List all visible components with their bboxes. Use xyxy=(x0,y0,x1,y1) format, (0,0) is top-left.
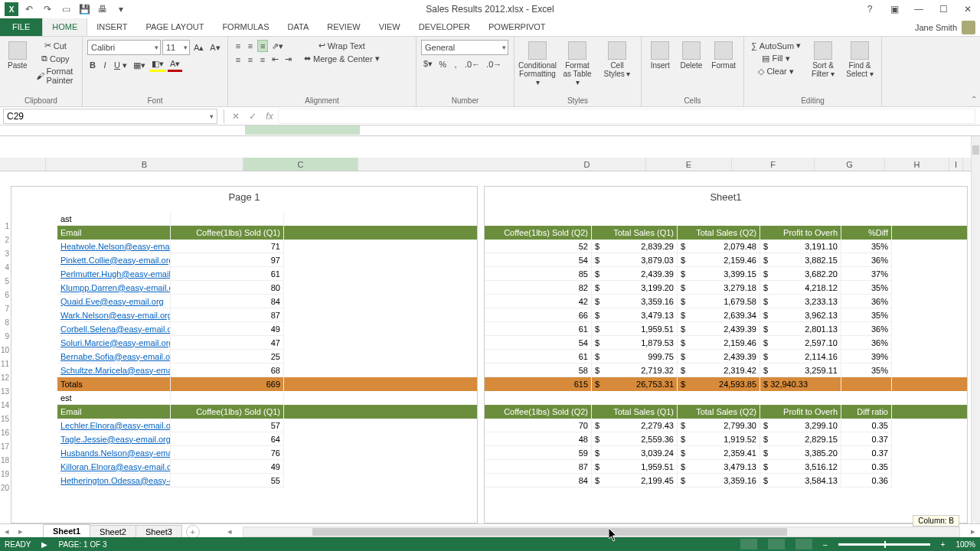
col-b[interactable]: B xyxy=(46,158,243,171)
formula-input[interactable] xyxy=(278,109,975,124)
table-row[interactable]: Quaid.Eve@easy-email.org84 xyxy=(57,295,477,308)
col-e[interactable]: E xyxy=(646,158,732,171)
format-painter-button[interactable]: 🖌Format Painter xyxy=(34,66,77,86)
insert-cells-button[interactable]: Insert xyxy=(646,40,674,71)
row-header[interactable]: 8 xyxy=(0,315,11,329)
tab-nav-next[interactable]: ▸ xyxy=(14,527,28,536)
row-header[interactable]: 1 xyxy=(0,219,11,233)
wrap-text-button[interactable]: ↩Wrap Text xyxy=(302,40,382,51)
align-left-button[interactable]: ≡ xyxy=(233,54,243,65)
table-row[interactable]: Heatwole.Nelson@easy-email.org71 xyxy=(57,240,477,253)
save-button[interactable]: 💾 xyxy=(77,2,92,17)
grid-right[interactable]: Coffee(1lbs) Sold (Q2)Total Sales (Q1)To… xyxy=(485,212,967,487)
table-row[interactable]: Schultze.Maricela@easy-email.org68 xyxy=(57,364,477,377)
font-name-select[interactable]: Calibri xyxy=(87,40,161,55)
underline-button[interactable]: U▾ xyxy=(112,58,129,72)
align-middle-button[interactable]: ≡ xyxy=(245,40,256,52)
table-row[interactable]: 59$3,039.24$2,359.41$3,385.200.37 xyxy=(485,446,967,460)
zoom-slider[interactable] xyxy=(838,543,930,546)
table-row[interactable]: 54$1,879.53$2,159.46$2,597.1036% xyxy=(485,336,967,350)
font-size-select[interactable]: 11 xyxy=(162,40,190,55)
table-row[interactable]: est xyxy=(57,391,477,405)
row-header[interactable]: 6 xyxy=(0,288,11,302)
tab-nav-prev[interactable]: ◂ xyxy=(0,527,14,536)
sheet-tab-3[interactable]: Sheet3 xyxy=(136,525,182,539)
percent-button[interactable]: % xyxy=(436,58,449,70)
table-row[interactable]: 615$26,753.31$24,593.85$ 32,940.33 xyxy=(485,377,967,391)
table-row[interactable]: EmailCoffee(1lbs) Sold (Q1) xyxy=(57,226,477,240)
tab-page-layout[interactable]: PAGE LAYOUT xyxy=(136,18,213,36)
bold-button[interactable]: B xyxy=(87,58,98,72)
hscroll-right[interactable]: ▸ xyxy=(966,527,980,536)
clear-button[interactable]: ◇ Clear ▾ xyxy=(749,66,803,77)
horizontal-scrollbar[interactable]: Column: B xyxy=(243,527,960,537)
fill-button[interactable]: ▤ Fill ▾ xyxy=(749,53,803,64)
table-row[interactable]: Soluri.Marcie@easy-email.org47 xyxy=(57,336,477,350)
hscroll-left[interactable]: ◂ xyxy=(223,527,237,536)
add-sheet-button[interactable]: + xyxy=(186,525,200,539)
redo-button[interactable]: ↷ xyxy=(40,2,55,17)
table-row[interactable]: EmailCoffee(1lbs) Sold (Q1) xyxy=(57,405,477,419)
qat-customize[interactable]: ▾ xyxy=(113,2,129,17)
table-row[interactable]: Corbell.Selena@easy-email.org49 xyxy=(57,322,477,336)
table-row[interactable]: 70$2,279.43$2,799.30$3,299.100.35 xyxy=(485,419,967,432)
delete-cells-button[interactable]: Delete xyxy=(677,40,705,71)
row-header[interactable]: 10 xyxy=(0,343,11,357)
name-box[interactable]: C29 xyxy=(3,109,217,124)
tab-insert[interactable]: INSERT xyxy=(87,18,136,36)
table-row[interactable]: 58$2,719.32$2,319.42$3,259.1135% xyxy=(485,364,967,377)
row-header[interactable]: 20 xyxy=(0,481,11,494)
view-pagebreak-button[interactable] xyxy=(795,539,812,549)
row-header[interactable]: 19 xyxy=(0,467,11,481)
table-row[interactable]: Lechler.Elnora@easy-email.org57 xyxy=(57,419,477,432)
row-header[interactable]: 14 xyxy=(0,398,11,412)
increase-font-button[interactable]: A▴ xyxy=(191,40,206,55)
autosum-button[interactable]: ∑ AutoSum ▾ xyxy=(749,40,803,51)
table-row[interactable]: ast xyxy=(57,212,477,226)
table-row[interactable]: Tagle.Jessie@easy-email.org64 xyxy=(57,432,477,446)
copy-button[interactable]: ⧉Copy xyxy=(34,53,77,64)
minimize-button[interactable]: — xyxy=(910,2,928,17)
vertical-scrollbar[interactable] xyxy=(971,136,980,523)
tab-developer[interactable]: DEVELOPER xyxy=(410,18,479,36)
align-right-button[interactable]: ≡ xyxy=(257,54,268,65)
col-g[interactable]: G xyxy=(815,158,885,171)
row-header[interactable]: 15 xyxy=(0,412,11,425)
conditional-formatting-button[interactable]: Conditional Formatting ▾ xyxy=(519,40,556,88)
col-d[interactable]: D xyxy=(528,158,646,171)
increase-indent-button[interactable]: ⇥ xyxy=(283,54,294,65)
decrease-indent-button[interactable]: ⇤ xyxy=(270,54,281,65)
table-row[interactable]: 61$999.75$2,439.39$2,114.1639% xyxy=(485,350,967,364)
zoom-out-button[interactable]: – xyxy=(823,540,828,549)
row-header[interactable]: 2 xyxy=(0,233,11,246)
font-color-button[interactable]: A▾ xyxy=(168,58,182,72)
tab-review[interactable]: REVIEW xyxy=(318,18,369,36)
comma-button[interactable]: , xyxy=(450,58,461,70)
orientation-button[interactable]: ⇗▾ xyxy=(270,40,286,52)
row-header[interactable]: 4 xyxy=(0,260,11,274)
table-row[interactable]: 84$2,199.45$3,359.16$3,584.130.36 xyxy=(485,474,967,487)
row-header[interactable]: 18 xyxy=(0,453,11,467)
select-all[interactable] xyxy=(0,158,46,171)
fx-button[interactable]: fx xyxy=(261,108,278,125)
file-tab[interactable]: FILE xyxy=(0,18,42,36)
border-button[interactable]: ▦▾ xyxy=(131,58,148,72)
zoom-in-button[interactable]: + xyxy=(941,540,946,549)
row-header[interactable]: 5 xyxy=(0,274,11,288)
col-i[interactable]: I xyxy=(949,158,963,171)
macro-icon[interactable]: ▶ xyxy=(41,540,47,549)
table-row[interactable]: Totals669 xyxy=(57,377,477,391)
format-as-table-button[interactable]: Format as Table ▾ xyxy=(559,40,596,88)
table-row[interactable]: 87$1,959.51$3,479.13$3,516.120.35 xyxy=(485,460,967,474)
tab-view[interactable]: VIEW xyxy=(370,18,410,36)
table-row[interactable]: Coffee(1lbs) Sold (Q2)Total Sales (Q1)To… xyxy=(485,405,967,419)
tab-home[interactable]: HOME xyxy=(42,18,87,36)
view-normal-button[interactable] xyxy=(740,539,757,549)
number-format-select[interactable]: General xyxy=(421,40,508,55)
table-row[interactable]: 66$3,479.13$2,639.34$3,962.1335% xyxy=(485,308,967,322)
decrease-decimal-button[interactable]: .0→ xyxy=(484,58,504,70)
find-select-button[interactable]: Find & Select ▾ xyxy=(843,40,877,80)
table-row[interactable]: Wark.Nelson@easy-email.org87 xyxy=(57,308,477,322)
sheet-tab-2[interactable]: Sheet2 xyxy=(90,525,136,539)
cell-styles-button[interactable]: Cell Styles ▾ xyxy=(599,40,635,80)
